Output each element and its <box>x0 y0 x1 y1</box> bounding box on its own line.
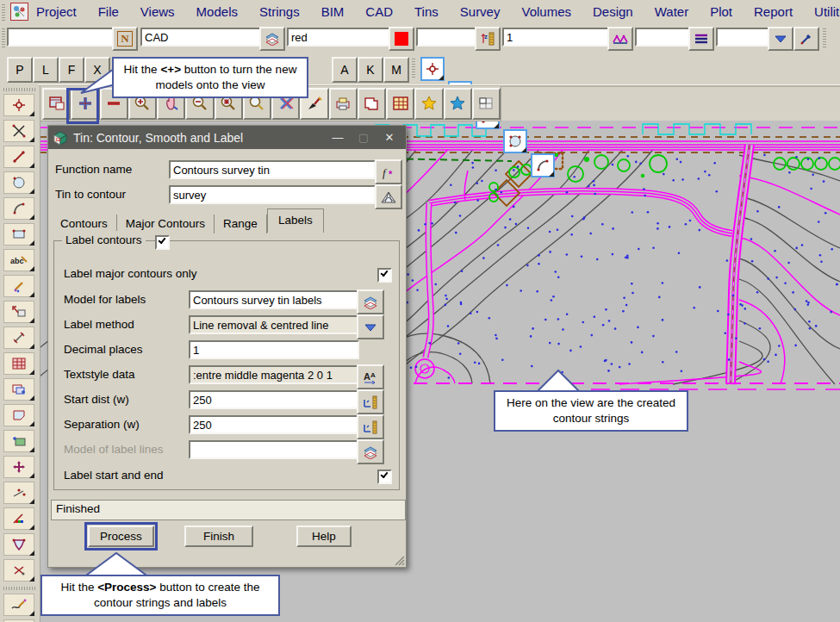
linestyle-button[interactable] <box>688 27 714 51</box>
model-label-lines-input[interactable] <box>189 440 359 459</box>
toolbar1-grip[interactable] <box>2 27 5 47</box>
height-input[interactable] <box>416 28 478 47</box>
colour-swatch-button[interactable] <box>389 27 414 51</box>
line-tool[interactable] <box>3 146 34 168</box>
function-button[interactable]: f* <box>375 159 402 184</box>
eyedropper-button[interactable] <box>793 27 819 51</box>
menu-models[interactable]: Models <box>196 4 238 19</box>
finish-button[interactable]: Finish <box>184 526 253 547</box>
symbol-dropdown-button[interactable] <box>768 27 793 51</box>
plan-view-button[interactable]: P <box>7 57 33 83</box>
snap-arc-button[interactable] <box>531 153 555 177</box>
sketch-tool[interactable] <box>3 594 34 616</box>
k-button[interactable]: K <box>358 57 383 83</box>
snap-grip[interactable] <box>412 59 415 78</box>
menu-views[interactable]: Views <box>140 4 175 19</box>
measure-tool[interactable] <box>3 327 34 349</box>
window-add-tool[interactable] <box>3 378 34 401</box>
label-major-only-checkbox[interactable] <box>377 268 392 283</box>
snap-circle-button[interactable] <box>503 129 527 153</box>
l-view-button[interactable]: L <box>33 57 59 83</box>
start-dist-input[interactable] <box>189 390 359 409</box>
model-label-lines-pick-button[interactable] <box>357 439 384 464</box>
pencil-colour-tool[interactable] <box>3 275 34 297</box>
a-button[interactable]: A <box>332 57 358 83</box>
model-for-labels-pick-button[interactable] <box>357 289 384 314</box>
label-contours-checkbox[interactable] <box>155 235 170 250</box>
function-name-input[interactable] <box>169 160 376 179</box>
maximize-button[interactable]: ▢ <box>351 131 376 144</box>
string-colours-tool[interactable] <box>3 507 34 530</box>
tab-labels[interactable]: Labels <box>267 208 324 233</box>
cad-layer-input[interactable] <box>140 28 263 47</box>
delete-tool[interactable] <box>3 559 34 582</box>
menu-cad[interactable]: CAD <box>365 4 393 19</box>
svg-text:f: f <box>383 166 388 179</box>
print-button[interactable] <box>329 88 358 120</box>
decimal-places-input[interactable] <box>189 340 359 359</box>
z-value-button[interactable]: z <box>475 27 501 51</box>
menu-bim[interactable]: BIM <box>321 4 345 19</box>
toolbar1-end-grip[interactable] <box>823 27 826 47</box>
plot-frame-button[interactable] <box>386 88 414 120</box>
arc-tool[interactable] <box>3 197 34 220</box>
shield-tool[interactable] <box>3 533 34 556</box>
favourites-button[interactable] <box>414 88 443 120</box>
tab-range[interactable]: Range <box>215 215 267 233</box>
intersect-tool[interactable] <box>3 120 34 142</box>
move-tool[interactable] <box>3 456 34 478</box>
menu-water[interactable]: Water <box>655 4 688 19</box>
menu-design[interactable]: Design <box>593 4 633 19</box>
process-button[interactable]: Process <box>88 526 154 547</box>
label-method-input[interactable] <box>189 315 359 334</box>
layer-pick-button[interactable] <box>259 27 285 51</box>
polygon-tool[interactable] <box>3 404 34 426</box>
menu-report[interactable]: Report <box>754 4 793 19</box>
menu-survey[interactable]: Survey <box>460 4 501 19</box>
snap-point-tool[interactable] <box>3 94 34 116</box>
close-button[interactable]: ✕ <box>376 131 402 144</box>
grid-tool[interactable] <box>3 352 34 375</box>
menu-plot[interactable]: Plot <box>710 4 732 19</box>
menu-tins[interactable]: Tins <box>414 4 439 19</box>
left-toolbar-grip2[interactable] <box>3 587 36 590</box>
tile-views-button[interactable] <box>472 88 501 120</box>
model-for-labels-input[interactable] <box>189 290 359 309</box>
left-toolbar-grip[interactable] <box>3 88 36 91</box>
label-start-end-checkbox[interactable] <box>377 470 392 484</box>
label-method-dropdown-button[interactable] <box>357 314 384 339</box>
colour-input[interactable] <box>287 28 392 47</box>
menu-project[interactable]: Project <box>36 4 77 19</box>
linestyle-input[interactable] <box>635 28 692 47</box>
minimize-button[interactable]: — <box>325 131 351 144</box>
separation-pick-button[interactable] <box>357 414 384 439</box>
resize-grip[interactable] <box>394 555 405 566</box>
text-tool[interactable]: abc <box>3 249 34 271</box>
copy-view-button[interactable] <box>358 88 386 120</box>
textstyle-data-input[interactable] <box>189 365 359 384</box>
weight-input[interactable] <box>502 28 611 47</box>
menu-strings[interactable]: Strings <box>259 4 300 19</box>
start-dist-pick-button[interactable] <box>357 389 384 414</box>
help-button[interactable]: Help <box>296 526 352 547</box>
image-tool[interactable] <box>3 430 34 452</box>
dialog-titlebar[interactable]: 12 Tin: Contour, Smooth and Label — ▢ ✕ <box>48 126 406 149</box>
snap-point-button[interactable] <box>420 57 445 81</box>
create-point-tool[interactable] <box>3 301 34 323</box>
symbol-input[interactable] <box>716 28 771 47</box>
separation-input[interactable] <box>189 415 359 434</box>
name-button[interactable]: N <box>112 27 138 51</box>
tin-pick-button[interactable] <box>375 184 402 209</box>
cad-text-input[interactable] <box>7 28 115 47</box>
point-line-tool[interactable] <box>3 482 34 504</box>
rectangle-tool[interactable] <box>3 223 34 246</box>
tin-to-contour-input[interactable] <box>169 185 376 204</box>
circle-tool[interactable] <box>3 171 34 194</box>
menu-volumes[interactable]: Volumes <box>521 4 571 19</box>
m-button[interactable]: M <box>383 57 409 83</box>
menu-utilities[interactable]: Utilities <box>814 4 840 19</box>
favourites2-button[interactable] <box>444 88 472 120</box>
tinable-button[interactable] <box>607 27 633 51</box>
menu-file[interactable]: File <box>98 4 119 19</box>
textstyle-button[interactable]: AA <box>357 364 384 389</box>
